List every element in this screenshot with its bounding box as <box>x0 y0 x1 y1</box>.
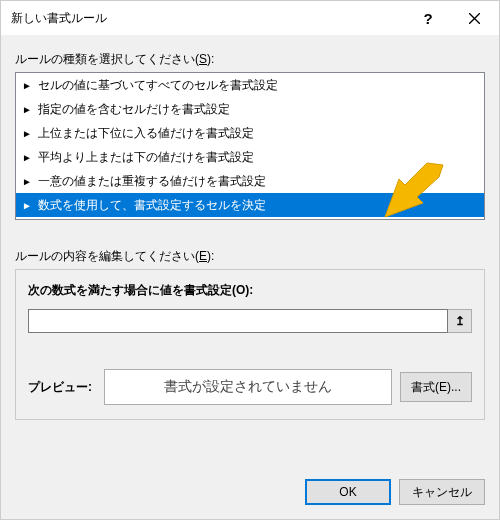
ok-button-label: OK <box>339 485 356 499</box>
dialog-buttons: OK キャンセル <box>1 467 499 519</box>
rule-type-item-label: セルの値に基づいてすべてのセルを書式設定 <box>38 77 278 94</box>
rule-type-item[interactable]: ► 上位または下位に入る値だけを書式設定 <box>16 121 484 145</box>
rule-edit-area: ルールの内容を編集してください(E): 次の数式を満たす場合に値を書式設定(O)… <box>15 242 485 420</box>
cancel-button[interactable]: キャンセル <box>399 479 485 505</box>
close-icon <box>469 13 480 24</box>
bullet-icon: ► <box>22 176 32 187</box>
preview-box: 書式が設定されていません <box>104 369 392 405</box>
bullet-icon: ► <box>22 200 32 211</box>
preview-label: プレビュー: <box>28 379 96 396</box>
rule-type-item-label: 上位または下位に入る値だけを書式設定 <box>38 125 254 142</box>
new-format-rule-dialog: 新しい書式ルール ? ルールの種類を選択してください(S): ► セルの値に基づ… <box>0 0 500 520</box>
rule-type-item-selected[interactable]: ► 数式を使用して、書式設定するセルを決定 <box>16 193 484 217</box>
rule-type-item-label: 一意の値または重複する値だけを書式設定 <box>38 173 266 190</box>
rule-type-item[interactable]: ► 指定の値を含むセルだけを書式設定 <box>16 97 484 121</box>
rule-type-item[interactable]: ► 平均より上または下の値だけを書式設定 <box>16 145 484 169</box>
bullet-icon: ► <box>22 128 32 139</box>
cancel-button-label: キャンセル <box>412 484 472 501</box>
rule-edit-label: ルールの内容を編集してください(E): <box>15 248 485 265</box>
close-button[interactable] <box>451 2 497 34</box>
bullet-icon: ► <box>22 104 32 115</box>
bullet-icon: ► <box>22 80 32 91</box>
rule-type-item[interactable]: ► セルの値に基づいてすべてのセルを書式設定 <box>16 73 484 97</box>
formula-input[interactable] <box>28 309 448 333</box>
bullet-icon: ► <box>22 152 32 163</box>
rule-type-item-label: 平均より上または下の値だけを書式設定 <box>38 149 254 166</box>
formula-row: ↥ <box>28 309 472 333</box>
formula-label: 次の数式を満たす場合に値を書式設定(O): <box>28 282 472 299</box>
rule-type-item-label: 数式を使用して、書式設定するセルを決定 <box>38 197 266 214</box>
rule-type-item-label: 指定の値を含むセルだけを書式設定 <box>38 101 230 118</box>
dialog-body: ルールの種類を選択してください(S): ► セルの値に基づいてすべてのセルを書式… <box>1 35 499 467</box>
format-button[interactable]: 書式(E)... <box>400 372 472 402</box>
help-button[interactable]: ? <box>405 2 451 34</box>
rule-type-item[interactable]: ► 一意の値または重複する値だけを書式設定 <box>16 169 484 193</box>
help-icon: ? <box>423 10 432 27</box>
range-picker-button[interactable]: ↥ <box>448 309 472 333</box>
window-title: 新しい書式ルール <box>11 10 405 27</box>
rule-type-list[interactable]: ► セルの値に基づいてすべてのセルを書式設定 ► 指定の値を含むセルだけを書式設… <box>15 72 485 220</box>
range-picker-icon: ↥ <box>455 314 465 328</box>
ok-button[interactable]: OK <box>305 479 391 505</box>
titlebar: 新しい書式ルール ? <box>1 1 499 35</box>
rule-edit-frame: 次の数式を満たす場合に値を書式設定(O): ↥ プレビュー: 書式が設定されてい… <box>15 269 485 420</box>
rule-type-label: ルールの種類を選択してください(S): <box>15 51 485 68</box>
preview-row: プレビュー: 書式が設定されていません 書式(E)... <box>28 369 472 405</box>
preview-text: 書式が設定されていません <box>164 378 332 396</box>
